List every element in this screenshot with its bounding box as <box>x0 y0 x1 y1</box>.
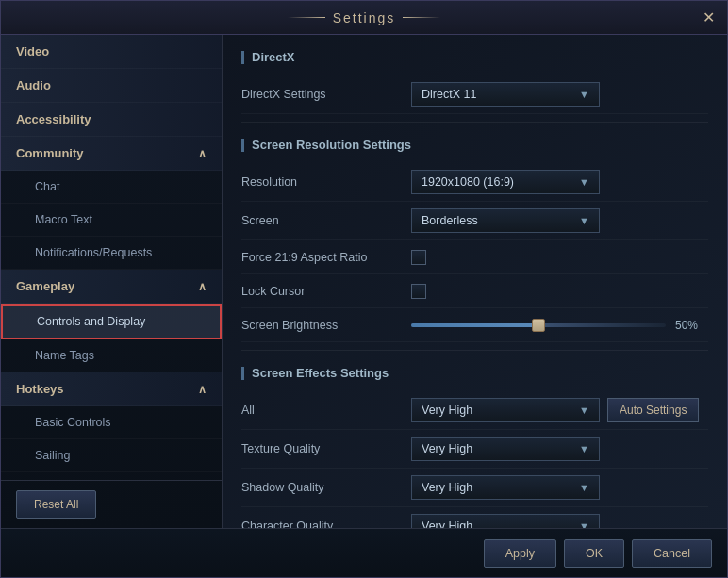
settings-panel[interactable]: DirectX DirectX Settings DirectX 11 ▼ <box>223 35 727 528</box>
sidebar-item-basic-controls[interactable]: Basic Controls <box>1 406 222 439</box>
chevron-community: ∧ <box>198 147 207 160</box>
section-bar <box>241 51 244 64</box>
aspect-ratio-checkbox[interactable] <box>411 250 426 265</box>
screen-value: Borderless <box>422 214 478 227</box>
sidebar-label-macro-text: Macro Text <box>35 213 92 226</box>
texture-control: Very High ▼ <box>411 437 708 461</box>
directx-dropdown-arrow: ▼ <box>579 89 589 100</box>
apply-button[interactable]: Apply <box>484 539 556 568</box>
resolution-section: Screen Resolution Settings Resolution 19… <box>223 123 727 350</box>
effects-section-title: Screen Effects Settings <box>252 366 389 380</box>
character-dropdown-arrow: ▼ <box>579 520 589 528</box>
auto-settings-button[interactable]: Auto Settings <box>607 398 699 422</box>
resolution-value: 1920x1080 (16:9) <box>422 175 514 189</box>
lock-cursor-label: Lock Cursor <box>241 285 411 298</box>
screen-row: Screen Borderless ▼ <box>241 202 708 240</box>
screen-dropdown[interactable]: Borderless ▼ <box>411 208 600 233</box>
all-dropdown-arrow: ▼ <box>579 405 589 416</box>
sidebar-item-gameplay[interactable]: Gameplay ∧ <box>1 270 222 304</box>
lock-cursor-row: Lock Cursor <box>241 274 708 308</box>
directx-value: DirectX 11 <box>422 88 476 101</box>
texture-dropdown[interactable]: Very High ▼ <box>411 437 600 461</box>
ornament-right <box>403 17 440 18</box>
directx-dropdown[interactable]: DirectX 11 ▼ <box>411 82 600 107</box>
aspect-ratio-row: Force 21:9 Aspect Ratio <box>241 240 708 274</box>
shadow-dropdown[interactable]: Very High ▼ <box>411 475 600 500</box>
resolution-section-header: Screen Resolution Settings <box>241 138 708 152</box>
sidebar-scroll[interactable]: Video Audio Accessibility Community ∧ Ch… <box>1 35 222 480</box>
main-content: Video Audio Accessibility Community ∧ Ch… <box>1 35 727 528</box>
sidebar-item-controls-display[interactable]: Controls and Display <box>1 304 222 339</box>
settings-window: Settings ✕ Video Audio Accessibility Com… <box>0 0 728 578</box>
chevron-hotkeys: ∧ <box>198 383 207 396</box>
resolution-section-title: Screen Resolution Settings <box>252 138 411 152</box>
all-control: Very High ▼ Auto Settings <box>411 398 708 422</box>
all-value: Very High <box>422 404 472 417</box>
sidebar-footer: Reset All <box>1 480 222 528</box>
resolution-section-bar <box>241 139 244 152</box>
lock-cursor-checkbox[interactable] <box>411 284 426 299</box>
all-row: All Very High ▼ Auto Settings <box>241 391 708 430</box>
sidebar-item-sailing[interactable]: Sailing <box>1 439 222 472</box>
ok-button[interactable]: OK <box>564 539 624 568</box>
directx-settings-row: DirectX Settings DirectX 11 ▼ <box>241 75 708 114</box>
shadow-value: Very High <box>422 481 472 494</box>
effects-section-header: Screen Effects Settings <box>241 366 708 380</box>
sidebar-label-name-tags: Name Tags <box>35 349 94 362</box>
sidebar-item-accessibility[interactable]: Accessibility <box>1 103 222 137</box>
directx-section-title: DirectX <box>252 50 295 64</box>
resolution-label: Resolution <box>241 175 411 189</box>
bottom-bar: Apply OK Cancel <box>1 528 727 577</box>
texture-dropdown-arrow: ▼ <box>579 443 589 454</box>
sidebar-item-name-tags[interactable]: Name Tags <box>1 339 222 372</box>
effects-section-bar <box>241 367 244 380</box>
character-control: Very High ▼ <box>411 514 708 528</box>
sidebar-label-hotkeys: Hotkeys <box>16 382 64 396</box>
close-button[interactable]: ✕ <box>699 8 718 27</box>
screen-label: Screen <box>241 214 411 227</box>
effects-section: Screen Effects Settings All Very High ▼ … <box>223 351 727 528</box>
shadow-control: Very High ▼ <box>411 475 708 500</box>
sidebar-label-sailing: Sailing <box>35 449 71 462</box>
shadow-dropdown-arrow: ▼ <box>579 482 589 493</box>
sidebar-item-audio[interactable]: Audio <box>1 69 222 103</box>
resolution-row: Resolution 1920x1080 (16:9) ▼ <box>241 163 708 202</box>
lock-cursor-control <box>411 284 708 299</box>
texture-row: Texture Quality Very High ▼ <box>241 430 708 469</box>
sidebar-item-notifications[interactable]: Notifications/Requests <box>1 237 222 270</box>
title-ornament: Settings <box>288 10 441 25</box>
texture-label: Texture Quality <box>241 442 411 455</box>
resolution-dropdown-arrow: ▼ <box>579 176 589 188</box>
brightness-value: 50% <box>675 319 708 332</box>
sidebar-item-skill[interactable]: Skill <box>1 472 222 480</box>
brightness-control: 50% <box>411 319 708 332</box>
resolution-dropdown[interactable]: 1920x1080 (16:9) ▼ <box>411 170 600 194</box>
all-dropdown[interactable]: Very High ▼ <box>411 398 600 422</box>
reset-all-button[interactable]: Reset All <box>16 490 96 519</box>
brightness-slider-track[interactable] <box>411 323 666 327</box>
shadow-label: Shadow Quality <box>241 481 411 494</box>
cancel-button[interactable]: Cancel <box>632 539 712 568</box>
screen-control: Borderless ▼ <box>411 208 708 233</box>
character-row: Character Quality Very High ▼ <box>241 507 708 528</box>
shadow-row: Shadow Quality Very High ▼ <box>241 469 708 507</box>
sidebar-item-hotkeys[interactable]: Hotkeys ∧ <box>1 372 222 406</box>
sidebar-item-community[interactable]: Community ∧ <box>1 137 222 171</box>
sidebar-item-macro-text[interactable]: Macro Text <box>1 204 222 237</box>
brightness-slider-thumb[interactable] <box>532 319 545 332</box>
resolution-control: 1920x1080 (16:9) ▼ <box>411 170 708 194</box>
title-bar: Settings ✕ <box>1 1 727 35</box>
sidebar-label-audio: Audio <box>16 78 51 92</box>
sidebar-label-accessibility: Accessibility <box>16 112 91 126</box>
character-dropdown[interactable]: Very High ▼ <box>411 514 600 528</box>
aspect-ratio-label: Force 21:9 Aspect Ratio <box>241 251 411 264</box>
directx-section: DirectX DirectX Settings DirectX 11 ▼ <box>223 35 727 122</box>
sidebar-item-video[interactable]: Video <box>1 35 222 69</box>
character-value: Very High <box>422 520 472 528</box>
window-title: Settings <box>333 10 396 25</box>
brightness-label: Screen Brightness <box>241 319 411 332</box>
sidebar-label-basic-controls: Basic Controls <box>35 416 111 429</box>
directx-settings-label: DirectX Settings <box>241 88 411 101</box>
sidebar-label-video: Video <box>16 44 49 58</box>
sidebar-item-chat[interactable]: Chat <box>1 171 222 204</box>
